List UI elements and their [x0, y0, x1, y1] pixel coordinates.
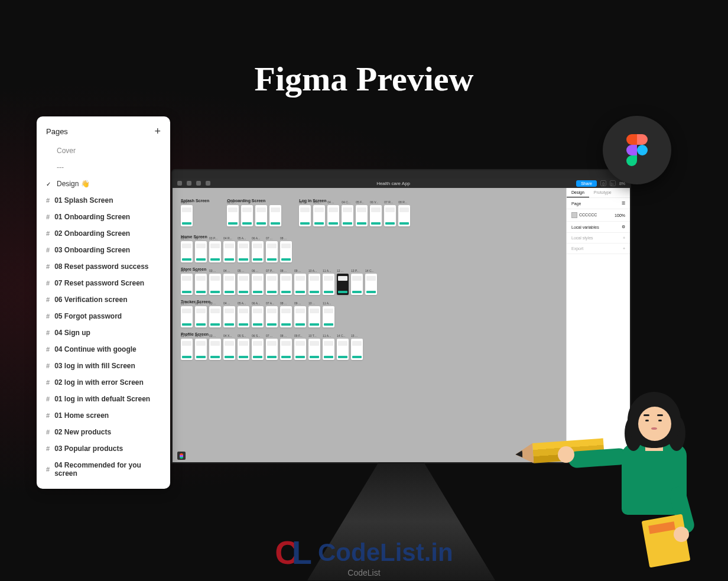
- local-variables-label[interactable]: Local variables: [571, 225, 599, 229]
- add-page-icon[interactable]: +: [154, 126, 161, 137]
- frame-thumb[interactable]: 09 ...: [294, 306, 306, 327]
- page-item[interactable]: ---: [37, 159, 170, 176]
- figma-canvas[interactable]: Splash Screen01 S...Onboarding Screen01 …: [173, 188, 566, 462]
- tab-design[interactable]: Design: [567, 188, 589, 197]
- page-item[interactable]: #03 Popular products: [37, 440, 170, 457]
- frame-thumb[interactable]: 01 ...: [181, 306, 193, 327]
- add-export-icon[interactable]: +: [623, 246, 625, 251]
- page-item[interactable]: #06 Verification screen: [37, 291, 170, 308]
- frame-thumb[interactable]: 01 S...: [181, 205, 193, 226]
- frame-thumb[interactable]: [241, 205, 253, 226]
- frame-thumb[interactable]: 05 A...: [238, 241, 249, 262]
- frame-thumb[interactable]: [269, 205, 281, 226]
- frame-thumb[interactable]: 07 A...: [266, 306, 278, 327]
- frame-thumb[interactable]: 11 A...: [323, 274, 334, 295]
- frame-thumb[interactable]: 08 ...: [280, 274, 292, 295]
- document-title[interactable]: Health care App: [376, 181, 410, 186]
- bg-swatch[interactable]: [571, 212, 577, 218]
- frame-thumb[interactable]: 04 ...: [327, 205, 339, 226]
- frame-thumb[interactable]: 05 ...: [238, 274, 249, 295]
- frame-thumb[interactable]: 08 ...: [280, 306, 292, 327]
- bg-hex[interactable]: CCCCCC: [579, 213, 597, 217]
- page-item[interactable]: #02 Onboarding Screen: [37, 225, 170, 242]
- page-item[interactable]: #02 log in with error Screen: [37, 374, 170, 391]
- comment-tool-icon[interactable]: [206, 181, 210, 186]
- present-icon[interactable]: ▷: [610, 180, 616, 186]
- frame-thumb[interactable]: 06 A...: [252, 306, 264, 327]
- frame-thumb[interactable]: 03 ...: [209, 306, 221, 327]
- page-item[interactable]: #07 Reset password Screen: [37, 275, 170, 291]
- frame-thumb[interactable]: 08 ...: [280, 241, 292, 262]
- frame-thumb[interactable]: 10 ...: [308, 306, 320, 327]
- frame-thumb[interactable]: 07 ...: [266, 339, 278, 360]
- frame-thumb[interactable]: 02 U...: [195, 339, 207, 360]
- frame-thumb[interactable]: 11 A...: [323, 306, 334, 327]
- frame-thumb[interactable]: 08 R...: [398, 205, 410, 226]
- hand-tool-icon[interactable]: [196, 181, 201, 186]
- export-label[interactable]: Export: [571, 246, 583, 251]
- frame-thumb[interactable]: 01 P...: [181, 339, 193, 360]
- page-item[interactable]: #03 log in with fill Screen: [37, 358, 170, 374]
- frame-thumb[interactable]: 05 F...: [356, 205, 368, 226]
- page-item[interactable]: #05 Forgot password: [37, 308, 170, 324]
- frame-thumb[interactable]: 09 ...: [294, 274, 306, 295]
- page-item[interactable]: #08 Reset password success: [37, 258, 170, 275]
- page-item[interactable]: #01 Home screen: [37, 407, 170, 424]
- page-item[interactable]: #01 Onboarding Screen: [37, 209, 170, 225]
- frame-thumb[interactable]: 04 ...: [223, 306, 235, 327]
- add-style-icon[interactable]: +: [623, 236, 625, 240]
- frame-thumb[interactable]: 06 S...: [252, 339, 264, 360]
- frame-thumb[interactable]: 10 T...: [308, 339, 320, 360]
- local-styles-label[interactable]: Local styles: [571, 236, 593, 240]
- frame-thumb[interactable]: 03 ...: [209, 274, 221, 295]
- figma-corner-icon[interactable]: [177, 452, 186, 460]
- frame-thumb[interactable]: 07 P...: [266, 274, 278, 295]
- frame-thumb[interactable]: [255, 205, 267, 226]
- tab-prototype[interactable]: Prototype: [589, 188, 616, 197]
- frame-thumb[interactable]: 03 L...: [313, 205, 325, 226]
- frame-thumb[interactable]: 11 A...: [323, 339, 334, 360]
- frame-thumb[interactable]: 15 ...: [351, 339, 363, 360]
- page-item[interactable]: Cover: [37, 142, 170, 159]
- frame-thumb[interactable]: 04 X...: [223, 339, 235, 360]
- frame-thumb[interactable]: 07 ...: [266, 241, 278, 262]
- frame-thumb[interactable]: 01 H...: [181, 241, 193, 262]
- page-item[interactable]: #01 log in with defualt Screen: [37, 391, 170, 407]
- frame-thumb[interactable]: 01 S...: [181, 274, 193, 295]
- page-item[interactable]: #02 New products: [37, 424, 170, 440]
- frame-thumb[interactable]: 07 R...: [384, 205, 396, 226]
- page-item[interactable]: #01 Splash Screen: [37, 192, 170, 209]
- frame-thumb[interactable]: 02 ...: [195, 241, 207, 262]
- frame-thumb[interactable]: 04 R...: [223, 241, 235, 262]
- frame-thumb[interactable]: 13 P...: [351, 274, 363, 295]
- frame-thumb[interactable]: 05 A...: [238, 306, 249, 327]
- frame-thumb[interactable]: 06 V...: [370, 205, 382, 226]
- page-item[interactable]: #04 Continue with google: [37, 341, 170, 358]
- page-item[interactable]: ✓Design 👋: [37, 176, 170, 192]
- frame-thumb[interactable]: 14 C...: [365, 274, 377, 295]
- frame-thumb[interactable]: 02 ...: [195, 274, 207, 295]
- page-item[interactable]: #04 Recommended for you screen: [37, 457, 170, 482]
- page-item[interactable]: #04 Sign up: [37, 324, 170, 341]
- page-settings-icon[interactable]: ☰: [622, 201, 625, 206]
- frame-thumb[interactable]: 12 ...: [337, 274, 349, 295]
- frame-thumb[interactable]: 05 S...: [238, 339, 249, 360]
- move-tool-icon[interactable]: [187, 181, 191, 186]
- frame-thumb[interactable]: 08 ...: [280, 339, 292, 360]
- frame-thumb[interactable]: 01 O...: [227, 205, 239, 226]
- frame-thumb[interactable]: 04 C...: [342, 205, 353, 226]
- frame-thumb[interactable]: 03 P...: [209, 241, 221, 262]
- frame-thumb[interactable]: 06 ...: [252, 274, 264, 295]
- variables-settings-icon[interactable]: ⚙: [622, 225, 625, 229]
- dev-mode-icon[interactable]: ⟨⟩: [600, 180, 606, 186]
- frame-thumb[interactable]: 02 L...: [299, 205, 311, 226]
- frame-thumb[interactable]: 10 A...: [308, 274, 320, 295]
- frame-thumb[interactable]: 06 A...: [252, 241, 264, 262]
- frame-thumb[interactable]: 03 ...: [209, 339, 221, 360]
- frame-thumb[interactable]: 04 ...: [223, 274, 235, 295]
- share-button[interactable]: Share: [576, 180, 597, 187]
- figma-menu-icon[interactable]: [177, 181, 182, 186]
- frame-thumb[interactable]: 09 F...: [294, 339, 306, 360]
- frame-thumb[interactable]: 14 C...: [337, 339, 349, 360]
- bg-opacity[interactable]: 100%: [615, 213, 625, 218]
